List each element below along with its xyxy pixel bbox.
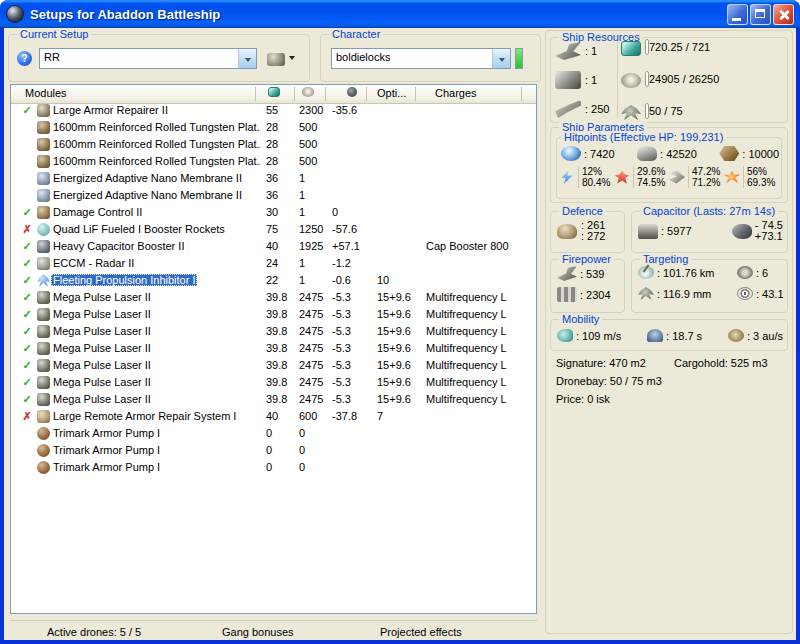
module-row[interactable]: Energized Adaptive Nano Membrane II 36 1 [11, 188, 536, 205]
module-row[interactable]: ✓ Damage Control II 30 1 0 [11, 205, 536, 222]
setup-select[interactable]: RR [39, 48, 257, 69]
minimize-button[interactable] [727, 4, 748, 25]
module-name[interactable]: Mega Pulse Laser II [53, 308, 151, 320]
maximize-button[interactable] [750, 4, 771, 25]
module-name[interactable]: Fleeting Propulsion Inhibitor I [51, 274, 197, 286]
module-name[interactable]: 1600mm Reinforced Rolled Tungsten Plat..… [53, 155, 261, 167]
module-optimal: 15+9.6 [377, 342, 411, 354]
kinetic-resist-icon [669, 171, 685, 184]
module-powergrid: 500 [299, 121, 317, 133]
module-name[interactable]: Mega Pulse Laser II [53, 393, 151, 405]
title-bar[interactable]: Setups for Abaddon Battleship [0, 0, 800, 28]
module-name[interactable]: Quad LiF Fueled I Booster Rockets [53, 223, 225, 235]
module-cpu: 22 [266, 274, 278, 286]
module-row[interactable]: ✓ Large Armor Repairer II 55 2300 -35.6 [11, 103, 536, 120]
module-name[interactable]: Energized Adaptive Nano Membrane II [53, 189, 242, 201]
module-status-icon: ✓ [20, 240, 34, 253]
hull-icon [719, 146, 739, 161]
projected-effects-section[interactable]: Projected effects [380, 626, 462, 638]
module-status-icon: ✓ [20, 274, 34, 287]
module-row[interactable]: ✓ Mega Pulse Laser II 39.8 2475 -5.3 15+… [11, 375, 536, 392]
warp-speed-icon [728, 329, 744, 342]
module-row[interactable]: ✓ Mega Pulse Laser II 39.8 2475 -5.3 15+… [11, 341, 536, 358]
module-status-icon: ✓ [20, 104, 34, 117]
signature-radius: : 116.9 mm [657, 288, 711, 300]
armor-plate-icon [37, 138, 50, 151]
kinetic-armor-resist: 71.2% [692, 177, 720, 188]
module-name[interactable]: Mega Pulse Laser II [53, 291, 151, 303]
module-row[interactable]: ✗ Large Remote Armor Repair System I 40 … [11, 409, 536, 426]
active-drones-section[interactable]: Active drones: 5 / 5 [47, 626, 141, 638]
module-name[interactable]: Mega Pulse Laser II [53, 359, 151, 371]
kinetic-shield-resist: 47.2% [692, 166, 720, 177]
module-name[interactable]: Mega Pulse Laser II [53, 376, 151, 388]
module-row[interactable]: 1600mm Reinforced Rolled Tungsten Plat..… [11, 120, 536, 137]
module-row[interactable]: ✓ Mega Pulse Laser II 39.8 2475 -5.3 15+… [11, 290, 536, 307]
explosive-resist-icon [724, 171, 740, 184]
modules-list-header[interactable]: Modules Opti... Charges [11, 85, 536, 104]
module-name[interactable]: Mega Pulse Laser II [53, 325, 151, 337]
module-row[interactable]: ✓ Mega Pulse Laser II 39.8 2475 -5.3 15+… [11, 324, 536, 341]
module-row[interactable]: ✗ Quad LiF Fueled I Booster Rockets 75 1… [11, 222, 536, 239]
module-name[interactable]: 1600mm Reinforced Rolled Tungsten Plat..… [53, 138, 261, 150]
powergrid-column-icon[interactable] [302, 87, 314, 97]
help-icon[interactable]: ? [17, 51, 32, 66]
laser-turret-icon [37, 376, 50, 389]
capacitor-flow-icon [732, 224, 752, 239]
module-name[interactable]: ECCM - Radar II [53, 257, 134, 269]
volley-value: : 2304 [580, 289, 611, 301]
module-name[interactable]: Large Remote Armor Repair System I [53, 410, 236, 422]
signature-stat: Signature: 470 m2 [556, 357, 646, 369]
module-row[interactable]: Trimark Armor Pump I 0 0 [11, 426, 536, 443]
powergrid-usage-text: 24905 / 26250 [649, 73, 719, 85]
module-row[interactable]: 1600mm Reinforced Rolled Tungsten Plat..… [11, 137, 536, 154]
thermal-resist-icon [614, 171, 630, 184]
module-row[interactable]: ✓ Mega Pulse Laser II 39.8 2475 -5.3 15+… [11, 392, 536, 409]
module-row[interactable]: ✓ Heavy Capacitor Booster II 40 1925 +57… [11, 239, 536, 256]
module-optimal: 15+9.6 [377, 359, 411, 371]
module-name[interactable]: Energized Adaptive Nano Membrane II [53, 172, 242, 184]
module-row[interactable]: ✓ Mega Pulse Laser II 39.8 2475 -5.3 15+… [11, 307, 536, 324]
close-button[interactable] [773, 4, 794, 25]
module-name[interactable]: Damage Control II [53, 206, 142, 218]
powergrid-icon [621, 73, 641, 88]
launcher-count: : 1 [585, 74, 597, 86]
module-cap-use: -5.3 [332, 325, 351, 337]
module-name[interactable]: Mega Pulse Laser II [53, 342, 151, 354]
module-row[interactable]: Trimark Armor Pump I 0 0 [11, 443, 536, 460]
module-cap-use: -1.2 [332, 257, 351, 269]
module-name[interactable]: Heavy Capacitor Booster II [53, 240, 184, 252]
module-optimal: 15+9.6 [377, 376, 411, 388]
module-charge: Multifrequency L [426, 308, 507, 320]
module-name[interactable]: Trimark Armor Pump I [53, 427, 160, 439]
dronebay-stat: Dronebay: 50 / 75 m3 [556, 375, 662, 387]
turret-hardpoint-icon [555, 42, 581, 60]
cpu-column-icon[interactable] [268, 87, 280, 97]
module-powergrid: 600 [299, 410, 317, 422]
gang-bonuses-section[interactable]: Gang bonuses [222, 626, 294, 638]
module-row[interactable]: 1600mm Reinforced Rolled Tungsten Plat..… [11, 154, 536, 171]
column-optimal[interactable]: Opti... [377, 87, 406, 99]
module-optimal: 10 [377, 274, 389, 286]
character-dropdown-arrow-icon[interactable] [492, 49, 510, 68]
module-row[interactable]: Trimark Armor Pump I 0 0 [11, 460, 536, 477]
max-velocity: : 109 m/s [576, 330, 621, 342]
em-resist-icon [559, 171, 575, 184]
module-name[interactable]: Trimark Armor Pump I [53, 461, 160, 473]
module-name[interactable]: Trimark Armor Pump I [53, 444, 160, 456]
module-charge: Multifrequency L [426, 325, 507, 337]
setup-actions-button[interactable] [267, 48, 305, 70]
module-name[interactable]: 1600mm Reinforced Rolled Tungsten Plat..… [53, 121, 261, 133]
character-select[interactable]: boldielocks [331, 48, 511, 69]
module-cap-use: -5.3 [332, 393, 351, 405]
targeting-range: : 101.76 km [657, 267, 714, 279]
module-name[interactable]: Large Armor Repairer II [53, 104, 168, 116]
setup-dropdown-arrow-icon[interactable] [238, 49, 256, 68]
column-charges[interactable]: Charges [435, 87, 477, 99]
module-row[interactable]: Energized Adaptive Nano Membrane II 36 1 [11, 171, 536, 188]
module-row[interactable]: ✓ ECCM - Radar II 24 1 -1.2 [11, 256, 536, 273]
capacitor-column-icon[interactable] [347, 87, 357, 97]
module-row[interactable]: ✓ Fleeting Propulsion Inhibitor I 22 1 -… [11, 273, 536, 290]
column-modules[interactable]: Modules [25, 87, 67, 99]
module-row[interactable]: ✓ Mega Pulse Laser II 39.8 2475 -5.3 15+… [11, 358, 536, 375]
